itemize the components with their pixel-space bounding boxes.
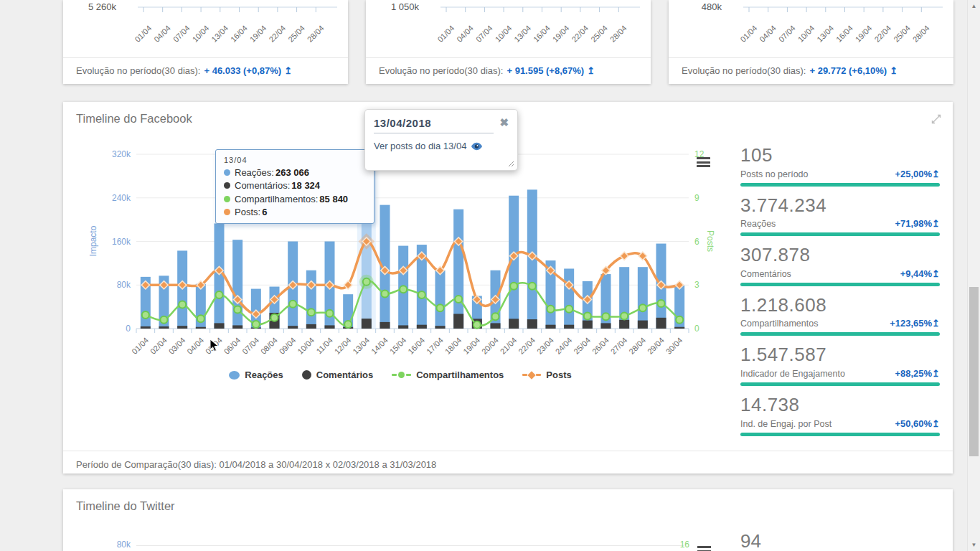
compartilhamentos-point[interactable] [437, 304, 444, 311]
legend-item-posts[interactable]: Posts [522, 369, 571, 380]
tooltip-text: Reações:263 066 [235, 167, 309, 178]
comentarios-bar[interactable] [325, 325, 335, 329]
scroll-down-icon[interactable]: ▼ [968, 542, 980, 548]
legend-label: Posts [546, 369, 571, 380]
compartilhamentos-point[interactable] [142, 311, 149, 319]
compartilhamentos-point[interactable] [308, 309, 315, 316]
compartilhamentos-point[interactable] [179, 301, 186, 309]
comentarios-bar[interactable] [638, 321, 648, 329]
comentarios-bar[interactable] [619, 320, 629, 329]
page-scrollbar[interactable]: ▲ ▼ [967, 0, 980, 551]
comentarios-bar[interactable] [583, 321, 593, 329]
compartilhamentos-point[interactable] [547, 306, 555, 313]
y-axis-tick-left: 80k [117, 280, 131, 290]
compartilhamentos-point[interactable] [418, 291, 425, 298]
compartilhamentos-point[interactable] [382, 290, 389, 297]
compartilhamentos-point[interactable] [197, 315, 204, 322]
compartilhamentos-point[interactable] [363, 278, 370, 286]
chart-menu-icon[interactable] [697, 546, 711, 551]
comentarios-bar[interactable] [491, 323, 501, 329]
chart-menu-icon[interactable] [697, 157, 710, 169]
compartilhamentos-point[interactable] [621, 313, 628, 320]
comentarios-bar[interactable] [601, 323, 611, 329]
comentarios-bar[interactable] [398, 325, 408, 329]
legend-item-reacoes[interactable]: Reações [229, 369, 283, 380]
comentarios-bar[interactable] [380, 322, 390, 329]
comentarios-bar[interactable] [362, 319, 372, 329]
compartilhamentos-point[interactable] [344, 321, 352, 328]
mini-axis-max-label: 1 050k [366, 1, 419, 12]
reacoes-bar[interactable] [435, 270, 446, 329]
expand-icon[interactable] [930, 113, 942, 125]
view-day-posts-link[interactable]: Ver posts do dia 13/04 [374, 141, 509, 151]
compartilhamentos-point[interactable] [216, 291, 223, 298]
scrollbar-thumb[interactable] [969, 287, 979, 456]
eye-icon[interactable] [471, 142, 483, 151]
close-icon[interactable]: ✖ [499, 117, 509, 128]
comentarios-bar[interactable] [141, 326, 151, 329]
scroll-up-icon[interactable]: ▲ [968, 3, 980, 9]
comentarios-bar[interactable] [177, 326, 187, 329]
compartilhamentos-point[interactable] [676, 316, 683, 324]
comentarios-bar[interactable] [527, 319, 537, 329]
x-axis-label: 07/04 [171, 24, 192, 44]
compartilhamentos-point[interactable] [326, 310, 334, 317]
compartilhamentos-point[interactable] [510, 283, 517, 290]
posts-point[interactable] [621, 252, 628, 260]
compartilhamentos-point[interactable] [473, 321, 481, 329]
comentarios-bar[interactable] [453, 314, 463, 329]
reacoes-bar[interactable] [638, 267, 648, 329]
compartilhamentos-point[interactable] [529, 283, 536, 290]
compartilhamentos-point[interactable] [161, 316, 168, 324]
reacoes-bar[interactable] [453, 209, 463, 329]
stat-delta: +25,00%↥ [895, 169, 940, 179]
comentarios-bar[interactable] [546, 325, 556, 329]
legend-item-comentarios[interactable]: Comentários [302, 369, 373, 380]
comentarios-bar[interactable] [232, 325, 242, 329]
legend-item-compartilhamentos[interactable]: Compartilhamentos [392, 369, 504, 380]
posts-swatch-icon [522, 372, 541, 378]
compartilhamentos-point[interactable] [253, 321, 260, 328]
comentarios-bar[interactable] [509, 319, 519, 329]
mini-axis-max-label: 480k [669, 1, 722, 12]
x-axis-label: 15/04 [388, 336, 408, 356]
comentarios-bar[interactable] [674, 327, 684, 329]
compartilhamentos-point[interactable] [400, 286, 407, 293]
evolution-label: Evolução no período(30 dias): [682, 65, 806, 76]
comentarios-bar[interactable] [435, 326, 446, 329]
reacoes-bar[interactable] [215, 223, 225, 329]
resize-handle-icon[interactable] [507, 159, 514, 167]
compartilhamentos-point[interactable] [658, 300, 665, 307]
stat-value: 1.547.587 [740, 344, 940, 365]
compartilhamentos-point[interactable] [639, 304, 646, 311]
tooltip-row: Comentários:18 324 [224, 180, 366, 191]
x-axis-label: 20/04 [480, 336, 500, 356]
twitter-timeline-card: Timeline do Twitter 80k 16 94 [63, 489, 953, 551]
comentarios-bar[interactable] [306, 324, 316, 329]
posts-line [146, 241, 679, 314]
comentarios-bar[interactable] [159, 326, 169, 329]
comentarios-bar[interactable] [196, 327, 206, 329]
reacoes-bar[interactable] [306, 270, 316, 329]
facebook-timeline-chart[interactable]: 0080k3160k6240k9320k12ImpactoPosts01/040… [77, 147, 723, 362]
compartilhamentos-point[interactable] [271, 314, 278, 321]
comentarios-bar[interactable] [288, 326, 298, 329]
compartilhamentos-point[interactable] [492, 313, 499, 320]
comentarios-bar[interactable] [417, 325, 427, 329]
reacoes-bar[interactable] [232, 240, 242, 329]
summary-card-1: 01/0404/0407/0410/0413/0416/0419/0422/04… [63, 0, 348, 84]
compartilhamentos-point[interactable] [584, 313, 591, 320]
compartilhamentos-point[interactable] [455, 296, 462, 303]
divider [63, 451, 953, 451]
comentarios-bar[interactable] [215, 323, 225, 329]
x-axis-label: 28/04 [627, 336, 647, 356]
comentarios-bar[interactable] [656, 318, 666, 329]
compartilhamentos-point[interactable] [234, 306, 241, 313]
stat-progress-bar [740, 283, 940, 286]
popup-title: 13/04/2018 [374, 117, 494, 133]
comentarios-bar[interactable] [564, 325, 574, 329]
reacoes-bar[interactable] [564, 268, 574, 329]
compartilhamentos-point[interactable] [565, 306, 573, 313]
compartilhamentos-point[interactable] [289, 301, 296, 308]
compartilhamentos-point[interactable] [603, 313, 610, 320]
